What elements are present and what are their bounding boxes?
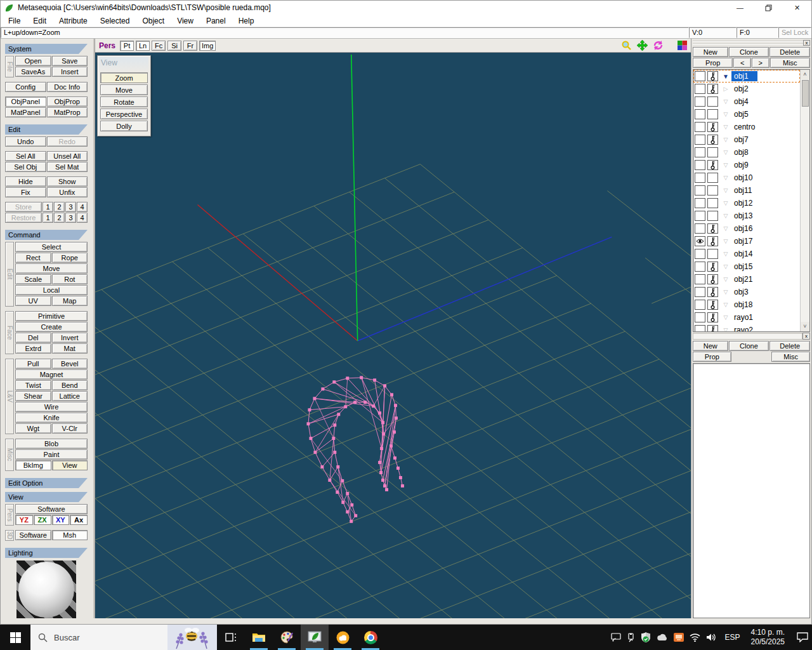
perspective-view-button[interactable]: Perspective bbox=[100, 109, 148, 119]
viewport-tab-fr[interactable]: Fr bbox=[183, 41, 197, 51]
model-vertex-handle[interactable] bbox=[341, 501, 344, 504]
vclr-command-button[interactable]: V-Clr bbox=[52, 423, 88, 434]
object-name[interactable]: obj15 bbox=[731, 262, 755, 272]
object-list-scrollbar[interactable]: ˄ ˅ bbox=[800, 70, 809, 331]
object-name[interactable]: obj7 bbox=[731, 135, 751, 145]
extrd-command-button[interactable]: Extrd bbox=[15, 343, 51, 354]
blob-command-button[interactable]: Blob bbox=[15, 439, 88, 449]
select-command-button[interactable]: Select bbox=[15, 242, 88, 252]
edit-panel-header[interactable]: Edit bbox=[5, 124, 88, 135]
model-vertex-handle[interactable] bbox=[346, 492, 349, 495]
chrome-button[interactable] bbox=[357, 625, 384, 650]
rot-command-button[interactable]: Rot bbox=[52, 274, 88, 284]
zoom-tool-icon[interactable] bbox=[621, 40, 632, 51]
object-row[interactable]: ▽obj11 bbox=[693, 184, 800, 197]
object-row[interactable]: ▽obj17 bbox=[693, 235, 800, 248]
restore-button[interactable]: Restore bbox=[5, 213, 42, 223]
scroll-up-icon[interactable]: ˄ bbox=[801, 70, 809, 79]
model-vertex-handle[interactable] bbox=[306, 422, 310, 425]
object-name[interactable]: obj1 bbox=[731, 71, 757, 81]
model-vertex-handle[interactable] bbox=[390, 444, 393, 448]
hscroll-track[interactable] bbox=[693, 333, 802, 340]
visibility-cell[interactable] bbox=[695, 185, 705, 196]
command-group-tab-face[interactable]: Face bbox=[5, 311, 14, 354]
lock-cell[interactable] bbox=[707, 211, 718, 221]
model-vertex-handle[interactable] bbox=[395, 416, 398, 420]
sel-mat-button[interactable]: Sel Mat bbox=[47, 162, 88, 172]
visibility-cell[interactable] bbox=[695, 312, 705, 322]
axis-button-yz[interactable]: YZ bbox=[15, 515, 33, 525]
saveas-button[interactable]: SaveAs bbox=[15, 67, 51, 77]
model-vertex-handle[interactable] bbox=[344, 405, 347, 408]
model-vertex-handle[interactable] bbox=[321, 387, 324, 390]
model-vertex-handle[interactable] bbox=[333, 451, 336, 454]
pull-command-button[interactable]: Pull bbox=[15, 359, 51, 369]
edit-option-header[interactable]: Edit Option bbox=[5, 478, 88, 488]
open-button[interactable]: Open bbox=[15, 56, 51, 66]
material-list[interactable] bbox=[693, 363, 810, 618]
file-group-tab[interactable]: File bbox=[5, 56, 14, 77]
object-row[interactable]: ▽obj16 bbox=[693, 222, 800, 235]
expand-toggle-icon[interactable]: ▽ bbox=[721, 149, 730, 156]
map-command-button[interactable]: Map bbox=[52, 296, 88, 306]
expand-toggle-icon[interactable]: ▽ bbox=[721, 98, 730, 105]
model-vertex-handle[interactable] bbox=[378, 461, 381, 464]
model-vertex-handle[interactable] bbox=[337, 413, 340, 416]
insert-button[interactable]: Insert bbox=[52, 67, 88, 77]
command-group-tab-edit[interactable]: Edit bbox=[5, 242, 14, 307]
rect-command-button[interactable]: Rect bbox=[15, 253, 51, 263]
defender-shield-icon[interactable] bbox=[641, 632, 651, 642]
action-center-icon[interactable] bbox=[797, 632, 808, 642]
store-slot-4[interactable]: 4 bbox=[77, 202, 88, 212]
model-vertex-handle[interactable] bbox=[383, 384, 386, 387]
model-vertex-handle[interactable] bbox=[336, 491, 339, 494]
object-row[interactable]: ▽obj4 bbox=[693, 95, 800, 108]
object-name[interactable]: obj10 bbox=[731, 173, 755, 183]
expand-toggle-icon[interactable]: ▽ bbox=[721, 263, 730, 270]
viewport-tab-fc[interactable]: Fc bbox=[152, 41, 166, 51]
expand-toggle-icon[interactable]: ▼ bbox=[721, 73, 730, 80]
metasequoia-taskbar-button[interactable] bbox=[301, 625, 329, 650]
visibility-cell[interactable] bbox=[695, 211, 705, 221]
model-vertex-handle[interactable] bbox=[381, 479, 384, 482]
knife-command-button[interactable]: Knife bbox=[15, 413, 88, 423]
msh-button[interactable]: Msh bbox=[52, 530, 88, 540]
rope-command-button[interactable]: Rope bbox=[52, 253, 88, 263]
lock-cell[interactable] bbox=[707, 198, 718, 208]
object-row[interactable]: ▽obj13 bbox=[693, 209, 800, 222]
visibility-cell[interactable] bbox=[695, 147, 705, 157]
wireless-display-icon[interactable] bbox=[611, 633, 621, 642]
visibility-cell[interactable] bbox=[695, 122, 705, 132]
expand-toggle-icon[interactable]: ▽ bbox=[721, 175, 730, 181]
title-bar[interactable]: Metasequoia [C:\Users\win64bits\Download… bbox=[1, 1, 811, 15]
menu-view[interactable]: View bbox=[171, 15, 200, 27]
expand-toggle-icon[interactable]: ▷ bbox=[721, 86, 730, 92]
restore-slot-3[interactable]: 3 bbox=[65, 213, 76, 223]
shear-command-button[interactable]: Shear bbox=[15, 391, 51, 401]
visibility-cell[interactable] bbox=[695, 96, 705, 107]
threed-group-tab[interactable]: 3D bbox=[5, 530, 14, 541]
object-name[interactable]: rayo2 bbox=[731, 325, 756, 331]
axis-button-zx[interactable]: ZX bbox=[34, 515, 51, 525]
file-explorer-button[interactable] bbox=[245, 625, 273, 650]
expand-toggle-icon[interactable]: ▽ bbox=[721, 187, 730, 194]
fix-button[interactable]: Fix bbox=[5, 187, 46, 197]
scroll-thumb[interactable] bbox=[802, 80, 809, 107]
lighting-sphere[interactable] bbox=[18, 562, 74, 618]
matpanel-button[interactable]: MatPanel bbox=[5, 107, 46, 117]
scale-command-button[interactable]: Scale bbox=[15, 274, 51, 284]
object-name[interactable]: obj9 bbox=[731, 160, 751, 170]
paint-command-button[interactable]: Paint bbox=[15, 449, 88, 460]
viewport-tab-ln[interactable]: Ln bbox=[136, 41, 150, 51]
object-delete-button[interactable]: Delete bbox=[769, 47, 810, 57]
lock-key-icon[interactable] bbox=[707, 160, 718, 170]
mat-command-button[interactable]: Mat bbox=[52, 343, 88, 354]
create-command-button[interactable]: Create bbox=[15, 322, 88, 332]
model-vertex-handle[interactable] bbox=[382, 432, 385, 435]
viewport-tab-img[interactable]: Img bbox=[199, 41, 216, 51]
view-panel-header[interactable]: View bbox=[5, 492, 88, 502]
onedrive-cloud-icon[interactable] bbox=[657, 633, 668, 641]
store-button[interactable]: Store bbox=[5, 202, 42, 212]
object-clone-button[interactable]: Clone bbox=[729, 47, 769, 57]
object-name[interactable]: obj5 bbox=[731, 109, 751, 119]
